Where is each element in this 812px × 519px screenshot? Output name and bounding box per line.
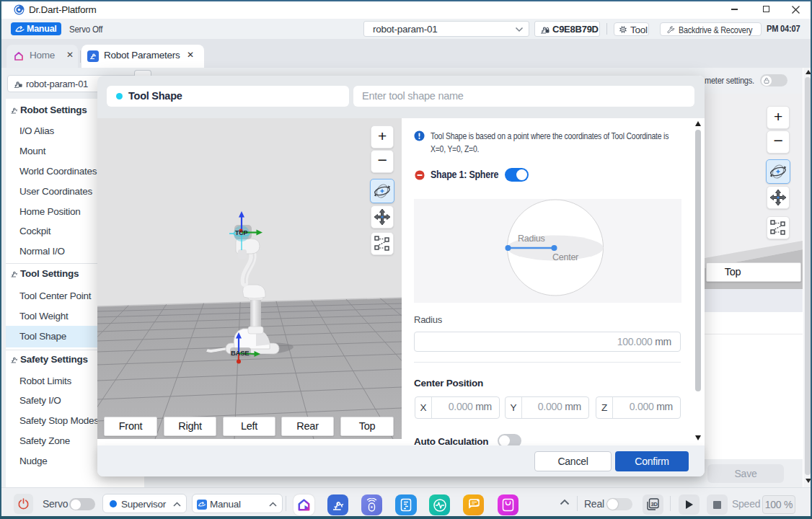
svg-text:3D: 3D <box>651 501 658 507</box>
svg-text:Radius: Radius <box>518 234 544 244</box>
svg-text:Center: Center <box>552 252 578 262</box>
svg-text:TCP: TCP <box>235 229 247 236</box>
svg-text:BASE: BASE <box>231 349 249 357</box>
